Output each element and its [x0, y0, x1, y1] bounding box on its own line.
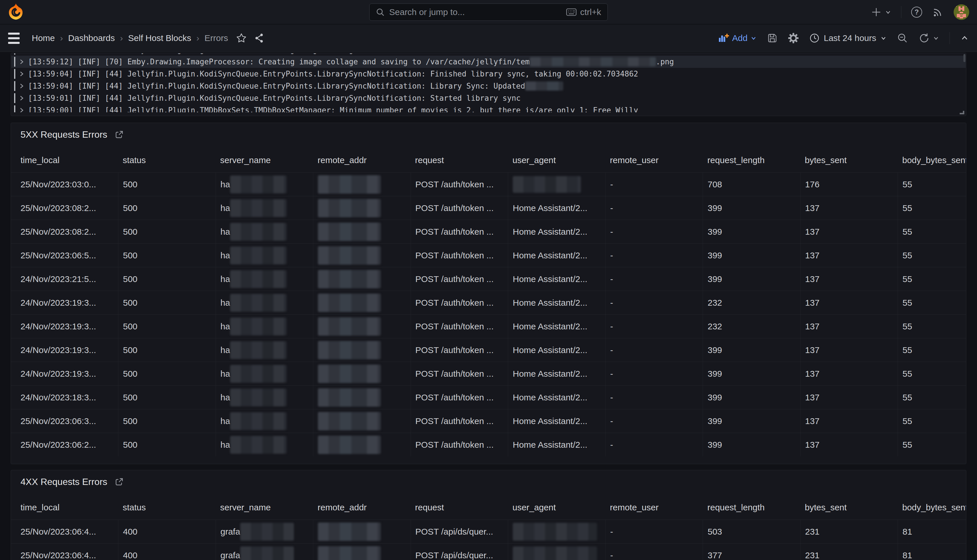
- table-row[interactable]: 25/Nov/2023:06:4...400grafaPOST /api/ds/…: [11, 543, 966, 560]
- log-row[interactable]: [13:59:00] [INF] [44] Jellyfin.Plugin.TM…: [11, 104, 966, 112]
- news-rss-icon[interactable]: [932, 7, 944, 18]
- breadcrumb-item-errors: Errors: [204, 33, 228, 43]
- cell-request: POST /auth/token ...: [410, 362, 508, 385]
- save-dashboard-icon[interactable]: [767, 33, 777, 43]
- cell-server_name: ha: [216, 315, 313, 338]
- column-header-body_bytes_sent[interactable]: body_bytes_sent: [898, 148, 966, 172]
- cell-request_length: 399: [703, 267, 800, 291]
- time-range-picker[interactable]: Last 24 hours: [809, 33, 887, 43]
- cell-request_length: 399: [703, 196, 800, 220]
- table-row[interactable]: 25/Nov/2023:06:4...400grafaPOST /api/ds/…: [11, 520, 966, 543]
- column-header-body_bytes_sent[interactable]: body_bytes_sent: [898, 495, 966, 520]
- cell-request_length: 399: [703, 338, 800, 362]
- table-row[interactable]: 25/Nov/2023:06:3...500haPOST /auth/token…: [11, 409, 966, 433]
- help-button[interactable]: ?: [911, 7, 922, 18]
- redacted-blur: [318, 293, 381, 312]
- column-header-bytes_sent[interactable]: bytes_sent: [800, 495, 898, 520]
- log-expand-chevron-icon[interactable]: [19, 95, 24, 101]
- zoom-out-time-icon[interactable]: [897, 33, 908, 43]
- column-header-request[interactable]: request: [410, 148, 508, 172]
- column-header-time_local[interactable]: time_local: [11, 495, 118, 520]
- log-row[interactable]: [13:59:01] [INF] [44] Jellyfin.Plugin.Ko…: [11, 92, 966, 104]
- log-level-bar: [14, 57, 15, 67]
- add-panel-button[interactable]: Add: [718, 33, 757, 43]
- column-header-user_agent[interactable]: user_agent: [508, 148, 605, 172]
- redacted-blur: [230, 175, 287, 193]
- column-header-status[interactable]: status: [118, 495, 216, 520]
- cell-remote_addr: [313, 196, 410, 220]
- table-row[interactable]: 24/Nov/2023:19:3...500haPOST /auth/token…: [11, 314, 966, 338]
- cell-time_local: 25/Nov/2023:06:4...: [11, 543, 118, 560]
- refresh-dashboard-button[interactable]: [919, 33, 939, 43]
- breadcrumb-item-dashboards[interactable]: Dashboards: [68, 33, 115, 43]
- panel-resize-handle[interactable]: [960, 110, 964, 114]
- log-row[interactable]: [13:59:18] [INF] [70] Emby.Drawing.Image…: [11, 53, 966, 56]
- log-expand-chevron-icon[interactable]: [19, 58, 24, 65]
- logs-viewport[interactable]: [13:59:18] [INF] [70] Emby.Drawing.Image…: [11, 53, 966, 112]
- cell-server_name: ha: [216, 291, 313, 314]
- table-row[interactable]: 24/Nov/2023:19:3...500haPOST /auth/token…: [11, 338, 966, 362]
- table-row[interactable]: 25/Nov/2023:08:2...500haPOST /auth/token…: [11, 196, 966, 220]
- log-expand-chevron-icon[interactable]: [19, 71, 24, 77]
- scrollbar-thumb[interactable]: [964, 54, 965, 62]
- table-row[interactable]: 25/Nov/2023:06:2...500haPOST /auth/token…: [11, 433, 966, 457]
- log-expand-chevron-icon[interactable]: [19, 107, 24, 112]
- table-row[interactable]: 24/Nov/2023:18:3...500haPOST /auth/token…: [11, 385, 966, 409]
- log-row[interactable]: [13:59:12] [INF] [70] Emby.Drawing.Image…: [11, 56, 966, 68]
- cell-user_agent: Home Assistant/2...: [508, 315, 605, 338]
- favorite-star-icon[interactable]: [236, 33, 247, 43]
- cell-body_bytes_sent: 55: [898, 220, 966, 243]
- column-header-remote_user[interactable]: remote_user: [605, 495, 703, 520]
- panel-title[interactable]: 5XX Requests Errors: [20, 129, 107, 140]
- column-header-remote_addr[interactable]: remote_addr: [313, 495, 410, 520]
- user-avatar[interactable]: [953, 4, 969, 20]
- table-row[interactable]: 25/Nov/2023:08:2...500haPOST /auth/token…: [11, 220, 966, 243]
- column-header-bytes_sent[interactable]: bytes_sent: [800, 148, 898, 172]
- breadcrumb-item-self-host-blocks[interactable]: Self Host Blocks: [128, 33, 191, 43]
- mega-menu-toggle[interactable]: [8, 33, 20, 44]
- cell-text: ha: [220, 227, 230, 237]
- column-header-server_name[interactable]: server_name: [216, 148, 313, 172]
- redacted-blur: [318, 223, 381, 241]
- column-header-remote_user[interactable]: remote_user: [605, 148, 703, 172]
- log-text-segment: [13:59:04] [INF] [44] Jellyfin.Plugin.Ko…: [28, 82, 525, 90]
- new-dashboard-button[interactable]: [870, 7, 891, 18]
- cell-body_bytes_sent: 55: [898, 267, 966, 291]
- column-header-request[interactable]: request: [410, 495, 508, 520]
- log-message: [13:59:01] [INF] [44] Jellyfin.Plugin.Ko…: [28, 94, 520, 102]
- cell-remote_addr: [313, 520, 410, 543]
- breadcrumb-separator: ›: [60, 33, 63, 43]
- external-link-icon[interactable]: [114, 130, 123, 139]
- column-header-status[interactable]: status: [118, 148, 216, 172]
- grafana-logo-icon[interactable]: [8, 3, 24, 21]
- breadcrumb-item-home[interactable]: Home: [32, 33, 55, 43]
- table-row[interactable]: 24/Nov/2023:19:3...500haPOST /auth/token…: [11, 362, 966, 385]
- column-header-request_length[interactable]: request_length: [703, 148, 800, 172]
- column-header-user_agent[interactable]: user_agent: [508, 495, 605, 520]
- cell-time_local: 24/Nov/2023:21:5...: [11, 267, 118, 291]
- search-input[interactable]: Search or jump to... ctrl+k: [369, 3, 608, 21]
- cell-remote_user: -: [605, 543, 703, 560]
- cell-status: 500: [118, 196, 216, 220]
- panel-title[interactable]: 4XX Requests Errors: [20, 477, 107, 487]
- column-header-server_name[interactable]: server_name: [216, 495, 313, 520]
- external-link-icon[interactable]: [114, 477, 123, 487]
- log-text-segment: [13:59:00] [INF] [44] Jellyfin.Plugin.TM…: [28, 106, 638, 112]
- cell-request: POST /auth/token ...: [410, 267, 508, 291]
- share-icon[interactable]: [254, 33, 265, 43]
- log-row[interactable]: [13:59:04] [INF] [44] Jellyfin.Plugin.Ko…: [11, 80, 966, 92]
- table-row[interactable]: 24/Nov/2023:21:5...500haPOST /auth/token…: [11, 267, 966, 291]
- column-header-request_length[interactable]: request_length: [703, 495, 800, 520]
- table-5xx: time_localstatusserver_nameremote_addrre…: [11, 148, 966, 457]
- log-row[interactable]: [13:59:04] [INF] [44] Jellyfin.Plugin.Ko…: [11, 68, 966, 80]
- dashboard-settings-gear-icon[interactable]: [788, 33, 799, 43]
- log-expand-chevron-icon[interactable]: [19, 83, 24, 89]
- column-header-remote_addr[interactable]: remote_addr: [313, 148, 410, 172]
- table-row[interactable]: 25/Nov/2023:06:5...500haPOST /auth/token…: [11, 243, 966, 267]
- cell-body_bytes_sent: 55: [898, 362, 966, 385]
- table-row[interactable]: 25/Nov/2023:03:0...500haPOST /auth/token…: [11, 172, 966, 196]
- table-row[interactable]: 24/Nov/2023:19:3...500haPOST /auth/token…: [11, 291, 966, 314]
- column-header-time_local[interactable]: time_local: [11, 148, 118, 172]
- collapse-caret-up-icon[interactable]: [960, 34, 969, 42]
- cell-request: POST /auth/token ...: [410, 409, 508, 433]
